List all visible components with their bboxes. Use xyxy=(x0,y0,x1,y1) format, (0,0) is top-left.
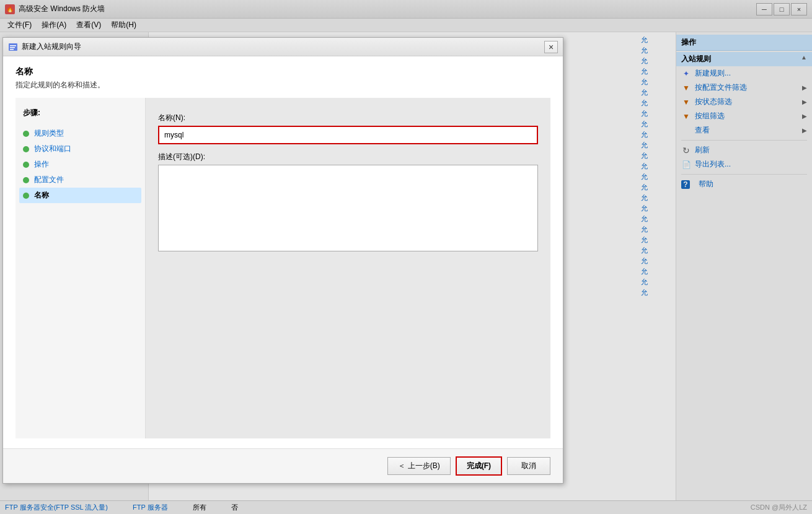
step-label-5: 名称 xyxy=(34,190,49,201)
dialog-close-button[interactable]: × xyxy=(544,41,558,53)
step-dot-2 xyxy=(23,146,29,152)
dialog-footer: ＜ 上一步(B) 完成(F) 取消 xyxy=(3,448,563,483)
svg-rect-2 xyxy=(10,47,15,48)
dialog-content: 步骤: 规则类型 协议和端口 操作 xyxy=(15,98,550,438)
dialog-title: 新建入站规则向导 xyxy=(22,41,544,52)
step-label-2: 协议和端口 xyxy=(34,144,71,154)
step-protocol-port[interactable]: 协议和端口 xyxy=(23,141,138,157)
step-dot-1 xyxy=(23,131,29,137)
desc-textarea[interactable] xyxy=(158,165,538,251)
step-dot-3 xyxy=(23,162,29,168)
dialog-icon xyxy=(8,42,18,52)
dialog-overlay: 新建入站规则向导 × 名称 指定此规则的名称和描述。 步骤: 规则类型 xyxy=(0,0,812,514)
step-label-3: 操作 xyxy=(34,159,49,170)
desc-field-label: 描述(可选)(D): xyxy=(158,152,538,162)
new-rule-dialog: 新建入站规则向导 × 名称 指定此规则的名称和描述。 步骤: 规则类型 xyxy=(2,37,563,484)
main-window: 🔥 高级安全 Windows 防火墙 ─ □ × 文件(F) 操作(A) 查看(… xyxy=(0,0,812,514)
form-area: 名称(N): 描述(可选)(D): xyxy=(146,98,550,438)
back-button[interactable]: ＜ 上一步(B) xyxy=(387,457,450,475)
name-input-wrapper xyxy=(158,126,538,144)
step-action[interactable]: 操作 xyxy=(23,157,138,172)
step-label-4: 配置文件 xyxy=(34,175,64,185)
dialog-body: 名称 指定此规则的名称和描述。 步骤: 规则类型 协议和端口 xyxy=(3,56,563,448)
dialog-section-desc: 指定此规则的名称和描述。 xyxy=(15,80,550,90)
steps-panel: 步骤: 规则类型 协议和端口 操作 xyxy=(15,98,146,438)
name-input[interactable] xyxy=(161,128,536,142)
step-dot-5 xyxy=(23,193,29,199)
dialog-title-bar: 新建入站规则向导 × xyxy=(3,38,563,56)
cancel-button[interactable]: 取消 xyxy=(507,457,550,475)
finish-button[interactable]: 完成(F) xyxy=(456,456,502,476)
step-rule-type[interactable]: 规则类型 xyxy=(23,126,138,141)
step-dot-4 xyxy=(23,177,29,183)
step-profile[interactable]: 配置文件 xyxy=(23,172,138,188)
svg-rect-1 xyxy=(10,45,16,46)
svg-rect-3 xyxy=(10,49,14,50)
dialog-section-title: 名称 xyxy=(15,66,550,77)
step-label-1: 规则类型 xyxy=(34,128,64,139)
name-field-label: 名称(N): xyxy=(158,113,538,123)
step-name[interactable]: 名称 xyxy=(19,188,141,203)
steps-label: 步骤: xyxy=(23,108,138,118)
